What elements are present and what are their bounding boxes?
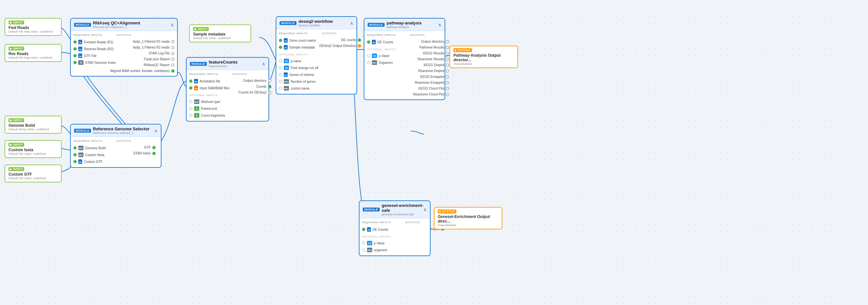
file-icon: ▬ [78, 46, 82, 51]
port-dot-out [268, 85, 271, 88]
port-row: Counts [232, 84, 271, 89]
input-badge-3: ▶ INPUT [8, 118, 24, 122]
port-label: Paired-end [201, 107, 217, 110]
output-badge-2: ■ OUTPUT [438, 209, 456, 213]
port-label: DE Counts [373, 228, 388, 231]
file-icon: ▬ [78, 54, 82, 58]
fc-collapse-btn[interactable]: ∧ [262, 62, 265, 66]
deseq2-required-label: REQUIRED INPUTS [279, 32, 318, 35]
port-row: abc Custom fasta [73, 152, 113, 158]
geneset-title: geneset-enrichment-safe [382, 203, 424, 213]
port-dot-out [446, 87, 449, 90]
pathway-subtitle: pathway-analysis [386, 26, 422, 29]
port-row: abc Number of genes [279, 78, 318, 84]
port-dot [73, 40, 76, 44]
module-badge-geneset: MODULE [363, 208, 380, 211]
port-dot-out [171, 69, 175, 73]
port-label: Reactome Emapplot [414, 81, 444, 84]
sample-metadata-sub: Default File Value: undefined [193, 36, 247, 40]
port-label: Attribute type [201, 100, 220, 104]
ref-genome-collapse-btn[interactable]: ∧ [154, 128, 158, 133]
port-label: Reactome Chord Plot [413, 93, 444, 96]
module-badge-rnaseq: MODULE [74, 23, 91, 27]
pathway-header: MODULE pathway-analysis pathway-analysis… [364, 19, 444, 31]
port-dot-out [358, 38, 361, 42]
fwd-reads-title: Fwd Reads [8, 26, 58, 30]
rnaseq-collapse-btn[interactable]: ∧ [170, 23, 174, 27]
port-label: STAR Index [133, 151, 151, 155]
port-row: ▬ GTF File [73, 53, 113, 59]
rnaseq-inputs-col: REQUIRED INPUTS ▬ Forward Reads (R1) ▬ R… [73, 34, 113, 73]
port-row: KEGG Emapplot [410, 74, 449, 79]
feature-counts-body: REQUIRED INPUTS ▬ Annotation file ▬ Inpu… [187, 70, 269, 121]
pathway-inputs-col: REQUIRED INPUTS ▬ DE Counts OPTIONAL INP… [367, 34, 406, 97]
deseq2-header: MODULE deseq2-workflow deseq2-workflow ∧ [276, 17, 356, 29]
fc-required-label: REQUIRED INPUTS [189, 73, 228, 76]
port-label: p-value [291, 59, 301, 63]
input-badge-5: ▶ INPUT [8, 167, 24, 171]
pathway-outputs-col: OUTPUTS Output directory Pathview Result… [410, 34, 449, 97]
deseq2-outputs-col: OUTPUTS DE counts DESeq2 Output Director… [322, 32, 361, 91]
geneset-required-label: REQUIRED INPUTS [362, 221, 401, 224]
deseq2-collapse-btn[interactable]: ∧ [350, 21, 353, 26]
port-dot [279, 80, 282, 83]
port-label: DE Counts [377, 40, 393, 44]
port-dot [189, 79, 192, 83]
port-row: S Count fragments [189, 112, 228, 118]
geneset-inputs-col: REQUIRED INPUTS ▬ DE Counts OPTIONAL INP… [362, 221, 401, 253]
port-dot [279, 59, 282, 63]
port-dot-out [171, 52, 175, 55]
port-label: Sample metadata [289, 46, 315, 49]
file-icon: ▬ [284, 72, 288, 77]
custom-gtf-sub: Default File Value: undefined [8, 177, 58, 180]
port-label: Pathview Results [419, 46, 444, 49]
port-dot-out [446, 81, 449, 84]
pathway-required-label: REQUIRED INPUTS [367, 34, 406, 36]
port-label: Fold change cut off [291, 66, 318, 70]
file-icon: ▬ [284, 45, 288, 49]
port-dot [279, 66, 282, 69]
custom-gtf-input: ▶ INPUT Custom GTF Default File Value: u… [5, 165, 62, 182]
geneset-collapse-btn[interactable]: ∧ [424, 207, 427, 212]
genome-build-input: ▶ INPUT Genome Build Default String Valu… [5, 116, 62, 134]
input-badge-4: ▶ INPUT [8, 143, 24, 147]
geneset-output-title: Geneset-Enrichment Output direc... [438, 214, 498, 224]
port-row: S Paired-end [189, 106, 228, 111]
port-row: abc control name [279, 86, 318, 91]
geneset-header: MODULE geneset-enrichment-safe geneset-e… [360, 201, 430, 218]
pathway-collapse-btn[interactable]: ∧ [438, 23, 441, 27]
deseq2-subtitle: deseq2-workflow [299, 24, 333, 27]
port-dot [362, 241, 365, 245]
abc-icon: abc [194, 99, 199, 104]
port-dot [367, 40, 370, 44]
deseq2-title: deseq2-workflow [299, 19, 333, 24]
port-row: ▬ DE Counts [367, 39, 406, 45]
pathway-optional-divider: OPTIONAL INPUTS [367, 48, 406, 51]
port-row: abc Organism [367, 60, 406, 66]
input-badge-2: ▶ INPUT [8, 46, 24, 50]
port-row: 12 Fold change cut off [279, 65, 318, 71]
port-row: fastp_1.Filtered R1 reads [117, 39, 175, 44]
port-dot [73, 54, 76, 57]
port-label: organism [374, 248, 387, 252]
ref-genome-header: MODULE Reference Genome Selector Referen… [71, 125, 161, 137]
port-row: ⚙ STAR Genome Index [73, 60, 113, 66]
ref-genome-outputs-col: OUTPUTS GTF STAR Index [117, 139, 156, 165]
bool-icon: S [194, 106, 199, 111]
port-label: Reverse Reads (R2) [84, 47, 114, 51]
pathway-outputs-label: OUTPUTS [410, 34, 449, 36]
rnaseq-header: MODULE RNAseq QC+Alignment RNAseq QC+Ali… [71, 19, 177, 31]
file-icon: ▬ [78, 159, 82, 164]
port-label: fastp_1.Filtered R2 reads [133, 46, 169, 49]
num-icon: 12 [284, 59, 289, 63]
port-row: Aligned BAM (sorted, fixmate, markdups) [117, 68, 175, 73]
port-row: DESeq2 Output Directory [322, 43, 361, 48]
custom-fasta-input: ▶ INPUT Custom fasta Default File Value:… [5, 140, 62, 158]
rnaseq-title: RNAseq QC+Alignment [93, 21, 140, 26]
fwd-reads-input: ▶ INPUT Fwd Reads Default File Map Value… [5, 18, 62, 36]
genome-build-title: Genome Build [8, 123, 58, 128]
port-row: Reactome Results [410, 57, 449, 62]
deseq2-optional-divider: OPTIONAL INPUTS [279, 53, 318, 56]
port-dot [73, 47, 76, 50]
port-label: Counts [256, 85, 267, 88]
